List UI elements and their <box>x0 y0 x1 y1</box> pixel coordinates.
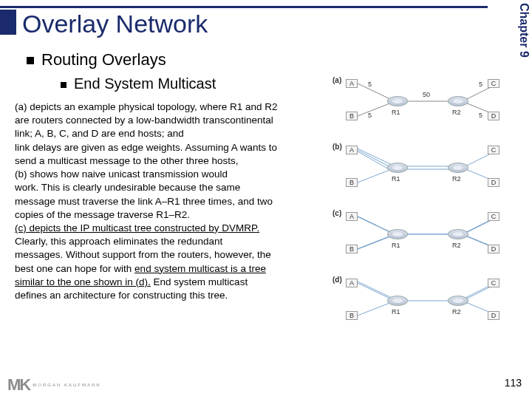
mk-logo-text: MORGAN KAUFMANN <box>33 383 100 387</box>
title-bar: Overlay Network <box>0 6 488 8</box>
chapter-label: Chapter 9 <box>514 0 531 74</box>
router-icon <box>448 296 468 306</box>
router-label: R1 <box>392 308 400 316</box>
body-line: best one can hope for with <box>15 263 134 274</box>
router-label: R2 <box>452 242 461 249</box>
svg-line-5 <box>358 149 392 165</box>
router-label: R2 <box>452 308 461 316</box>
host-node: B <box>346 311 358 320</box>
figure-panel-c: (c) A B C D R1 R2 <box>332 203 510 265</box>
body-line: link delays are given as edge weights. A… <box>15 142 277 153</box>
router-icon <box>448 163 468 173</box>
host-node: D <box>488 311 499 320</box>
body-line: link; A, B, C, and D are end hosts; and <box>15 128 184 139</box>
sub1-text: Routing Overlays <box>41 50 166 69</box>
host-node: C <box>488 146 499 154</box>
edge-weight: 5 <box>479 112 482 119</box>
topology-lines <box>332 137 510 199</box>
body-line: copies of the message traverse R1–R2. <box>15 209 190 220</box>
host-node: A <box>346 212 358 221</box>
router-label: R2 <box>452 109 461 116</box>
router-icon <box>387 229 408 239</box>
body-line: are routers connected by a low-bandwidth… <box>15 115 273 126</box>
router-label: R1 <box>392 109 400 116</box>
host-node: A <box>346 146 358 154</box>
router-label: R2 <box>452 175 461 183</box>
topology-lines <box>332 270 510 332</box>
host-node: C <box>488 79 499 88</box>
router-icon <box>387 96 408 106</box>
body-line: messages. Without support from the route… <box>15 249 271 260</box>
svg-line-6 <box>358 150 392 168</box>
publisher-logo: MK MORGAN KAUFMANN <box>7 375 101 395</box>
host-node: B <box>346 245 358 253</box>
router-label: R1 <box>392 175 400 183</box>
square-bullet-icon <box>27 57 34 64</box>
body-line: Clearly, this approach eliminates the re… <box>15 236 222 247</box>
body-line: work. This is clearly undesirable becaus… <box>15 182 240 193</box>
body-line-underlined: (c) depicts the IP multicast tree constr… <box>15 222 259 233</box>
title-accent <box>0 10 16 35</box>
sub2-text: End System Multicast <box>74 75 216 92</box>
body-line: defines an architecture for constructing… <box>15 290 228 301</box>
router-icon <box>448 96 468 106</box>
host-node: C <box>488 279 499 287</box>
svg-line-19 <box>358 282 392 298</box>
svg-line-20 <box>358 302 392 316</box>
square-bullet-icon <box>61 82 66 88</box>
figure-panel-a: (a) A B C D R1 R2 5 5 50 5 5 <box>332 70 510 132</box>
host-node: D <box>488 112 499 120</box>
bullet-level1: Routing Overlays <box>27 50 166 69</box>
edge-weight: 5 <box>368 112 372 119</box>
host-node: A <box>346 279 358 287</box>
router-icon <box>448 229 468 239</box>
svg-line-13 <box>358 216 392 233</box>
body-line-underlined: similar to the one shown in (d). <box>15 276 151 287</box>
svg-line-18 <box>358 283 392 299</box>
topology-figure: (a) A B C D R1 R2 5 5 50 5 5 (b) <box>332 70 510 336</box>
body-line: (a) depicts an example physical topology… <box>15 101 277 112</box>
host-node: A <box>346 79 358 88</box>
router-icon <box>387 163 408 173</box>
figure-panel-b: (b) A B C D R1 R2 <box>332 137 510 199</box>
svg-line-8 <box>358 169 392 183</box>
topology-lines <box>332 203 510 265</box>
mk-logo-icon: MK <box>7 375 30 395</box>
edge-weight: 5 <box>479 81 482 88</box>
body-line: message must traverse the link A–R1 thre… <box>15 196 273 207</box>
svg-line-1 <box>358 103 392 116</box>
host-node: C <box>488 212 499 221</box>
host-node: B <box>346 178 358 187</box>
svg-line-14 <box>358 236 392 249</box>
body-line: End system multicast <box>151 276 248 287</box>
page-number: 113 <box>505 377 522 389</box>
svg-line-0 <box>358 83 392 100</box>
host-node: D <box>488 178 499 187</box>
router-label: R1 <box>392 242 400 249</box>
router-icon <box>387 296 408 306</box>
topology-lines <box>332 70 510 132</box>
host-node: D <box>488 245 499 253</box>
host-node: B <box>346 112 358 120</box>
edge-weight: 50 <box>423 91 430 98</box>
body-line: send a multicast message to the other th… <box>15 155 238 166</box>
bullet-level2: End System Multicast <box>61 75 216 92</box>
body-line: (b) shows how naive unicast transmission… <box>15 168 228 180</box>
edge-weight: 5 <box>368 81 372 88</box>
body-paragraph: (a) depicts an example physical topology… <box>15 100 325 302</box>
figure-panel-d: (d) A B C D R1 R2 <box>332 270 510 332</box>
page-title: Overlay Network <box>22 10 208 38</box>
body-line-underlined: end system multicast is a tree <box>134 263 266 274</box>
